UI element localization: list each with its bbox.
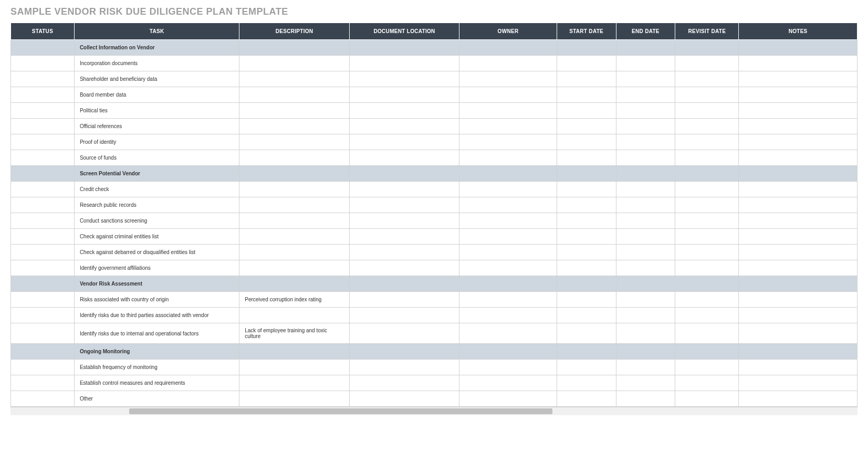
- cell-task[interactable]: Research public records: [74, 197, 239, 213]
- cell-owner[interactable]: [459, 182, 557, 197]
- cell-doclocation[interactable]: [349, 323, 459, 344]
- cell-task[interactable]: Screen Potential Vendor: [74, 166, 239, 182]
- cell-description[interactable]: [239, 182, 350, 197]
- cell-notes[interactable]: [739, 71, 857, 87]
- cell-notes[interactable]: [739, 87, 857, 103]
- cell-notes[interactable]: [739, 292, 857, 308]
- cell-status[interactable]: [11, 87, 75, 103]
- cell-doclocation[interactable]: [349, 375, 459, 391]
- cell-doclocation[interactable]: [349, 197, 459, 213]
- cell-task[interactable]: Other: [74, 391, 239, 407]
- cell-doclocation[interactable]: [349, 103, 459, 119]
- cell-doclocation[interactable]: [349, 260, 459, 276]
- cell-owner[interactable]: [459, 71, 557, 87]
- cell-notes[interactable]: [739, 344, 857, 360]
- cell-startdate[interactable]: [557, 87, 616, 103]
- cell-task[interactable]: Identify risks due to third parties asso…: [74, 308, 239, 323]
- cell-task[interactable]: Vendor Risk Assessment: [74, 276, 239, 292]
- cell-enddate[interactable]: [616, 40, 675, 56]
- cell-startdate[interactable]: [557, 166, 616, 182]
- cell-notes[interactable]: [739, 182, 857, 197]
- cell-owner[interactable]: [459, 87, 557, 103]
- cell-description[interactable]: [239, 103, 350, 119]
- cell-startdate[interactable]: [557, 245, 616, 260]
- cell-description[interactable]: [239, 375, 350, 391]
- cell-task[interactable]: Source of funds: [74, 150, 239, 166]
- cell-enddate[interactable]: [616, 229, 675, 245]
- cell-revisitdate[interactable]: [675, 166, 739, 182]
- cell-notes[interactable]: [739, 56, 857, 71]
- cell-enddate[interactable]: [616, 182, 675, 197]
- cell-startdate[interactable]: [557, 308, 616, 323]
- cell-status[interactable]: [11, 229, 75, 245]
- cell-doclocation[interactable]: [349, 40, 459, 56]
- cell-task[interactable]: Credit check: [74, 182, 239, 197]
- cell-description[interactable]: [239, 71, 350, 87]
- cell-doclocation[interactable]: [349, 56, 459, 71]
- cell-revisitdate[interactable]: [675, 103, 739, 119]
- cell-task[interactable]: Conduct sanctions screening: [74, 213, 239, 229]
- cell-enddate[interactable]: [616, 344, 675, 360]
- cell-description[interactable]: [239, 87, 350, 103]
- cell-owner[interactable]: [459, 260, 557, 276]
- cell-task[interactable]: Ongoing Monitoring: [74, 344, 239, 360]
- cell-enddate[interactable]: [616, 292, 675, 308]
- cell-status[interactable]: [11, 292, 75, 308]
- cell-description[interactable]: [239, 276, 350, 292]
- cell-owner[interactable]: [459, 213, 557, 229]
- cell-task[interactable]: Risks associated with country of origin: [74, 292, 239, 308]
- cell-doclocation[interactable]: [349, 213, 459, 229]
- cell-task[interactable]: Political ties: [74, 103, 239, 119]
- cell-revisitdate[interactable]: [675, 323, 739, 344]
- cell-startdate[interactable]: [557, 103, 616, 119]
- cell-startdate[interactable]: [557, 71, 616, 87]
- cell-notes[interactable]: [739, 197, 857, 213]
- cell-enddate[interactable]: [616, 119, 675, 134]
- cell-description[interactable]: Perceived corruption index rating: [239, 292, 350, 308]
- cell-revisitdate[interactable]: [675, 360, 739, 375]
- cell-enddate[interactable]: [616, 245, 675, 260]
- cell-task[interactable]: Identify risks due to internal and opera…: [74, 323, 239, 344]
- cell-startdate[interactable]: [557, 260, 616, 276]
- cell-revisitdate[interactable]: [675, 197, 739, 213]
- cell-doclocation[interactable]: [349, 119, 459, 134]
- cell-revisitdate[interactable]: [675, 292, 739, 308]
- cell-owner[interactable]: [459, 391, 557, 407]
- cell-description[interactable]: [239, 40, 350, 56]
- cell-task[interactable]: Check against criminal entities list: [74, 229, 239, 245]
- cell-notes[interactable]: [739, 150, 857, 166]
- cell-description[interactable]: [239, 119, 350, 134]
- cell-notes[interactable]: [739, 119, 857, 134]
- cell-description[interactable]: [239, 166, 350, 182]
- cell-owner[interactable]: [459, 375, 557, 391]
- cell-doclocation[interactable]: [349, 276, 459, 292]
- cell-doclocation[interactable]: [349, 344, 459, 360]
- cell-doclocation[interactable]: [349, 360, 459, 375]
- cell-status[interactable]: [11, 344, 75, 360]
- cell-task[interactable]: Establish control measures and requireme…: [74, 375, 239, 391]
- cell-task[interactable]: Identify government affiliations: [74, 260, 239, 276]
- cell-doclocation[interactable]: [349, 229, 459, 245]
- cell-description[interactable]: [239, 391, 350, 407]
- cell-notes[interactable]: [739, 245, 857, 260]
- cell-enddate[interactable]: [616, 375, 675, 391]
- cell-status[interactable]: [11, 197, 75, 213]
- cell-revisitdate[interactable]: [675, 276, 739, 292]
- cell-status[interactable]: [11, 323, 75, 344]
- cell-enddate[interactable]: [616, 260, 675, 276]
- cell-enddate[interactable]: [616, 71, 675, 87]
- cell-notes[interactable]: [739, 260, 857, 276]
- cell-description[interactable]: [239, 134, 350, 150]
- cell-startdate[interactable]: [557, 323, 616, 344]
- cell-description[interactable]: [239, 197, 350, 213]
- cell-doclocation[interactable]: [349, 391, 459, 407]
- cell-status[interactable]: [11, 213, 75, 229]
- cell-revisitdate[interactable]: [675, 134, 739, 150]
- cell-revisitdate[interactable]: [675, 245, 739, 260]
- cell-status[interactable]: [11, 182, 75, 197]
- cell-enddate[interactable]: [616, 323, 675, 344]
- cell-owner[interactable]: [459, 197, 557, 213]
- cell-enddate[interactable]: [616, 360, 675, 375]
- cell-startdate[interactable]: [557, 197, 616, 213]
- cell-owner[interactable]: [459, 245, 557, 260]
